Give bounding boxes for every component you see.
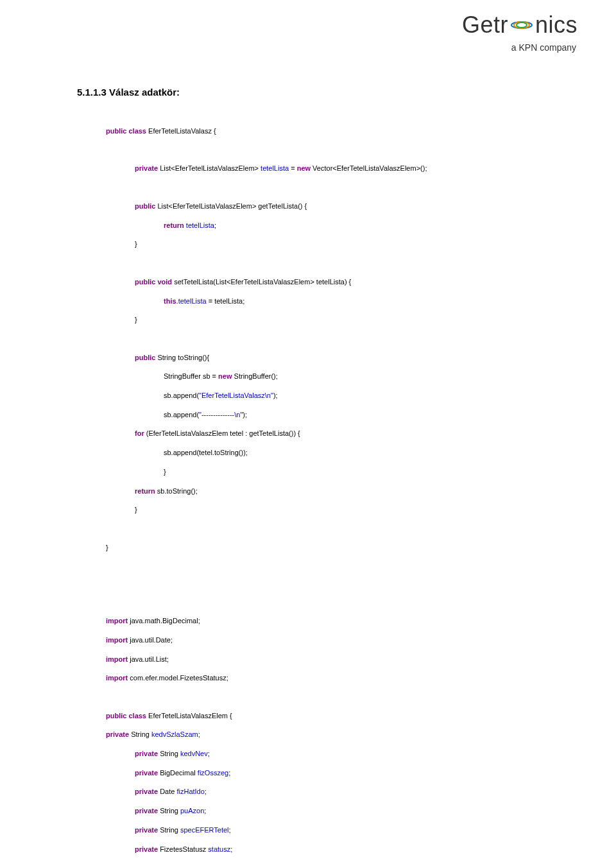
logo-main: Getr nics: [462, 12, 578, 39]
svg-point-2: [517, 22, 527, 28]
code-block-2: import java.math.BigDecimal; import java…: [106, 607, 558, 862]
section-heading: 5.1.1.3 Válasz adatkör:: [77, 87, 558, 98]
logo-text-right: nics: [535, 12, 578, 39]
logo: Getr nics a KPN company: [462, 12, 578, 53]
logo-sub: a KPN company: [462, 42, 576, 53]
logo-text-left: Getr: [462, 12, 508, 39]
code-block-1: public class EferTetelListaValasz { priv…: [106, 117, 558, 571]
logo-burst-icon: [510, 13, 533, 37]
